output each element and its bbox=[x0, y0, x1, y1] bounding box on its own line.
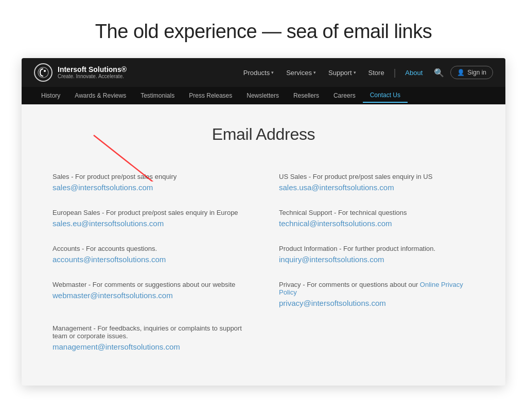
user-icon: 👤 bbox=[457, 69, 465, 76]
nav-about[interactable]: About bbox=[400, 66, 428, 80]
email-desc-webmaster: Webmaster - For comments or suggestions … bbox=[52, 281, 248, 288]
email-desc-management: Management - For feedbacks, inquiries or… bbox=[52, 324, 248, 340]
email-link-eu-sales[interactable]: sales.eu@intersoftsolutions.com bbox=[52, 219, 164, 228]
email-link-sales[interactable]: sales@intersoftsolutions.com bbox=[52, 183, 153, 192]
chevron-down-icon: ▾ bbox=[313, 70, 316, 75]
nav-links: Products ▾ Services ▾ Support ▾ Store | … bbox=[238, 65, 493, 81]
email-link-technical[interactable]: technical@intersoftsolutions.com bbox=[279, 219, 392, 228]
content-area: Email Address Sales - For product pre/po… bbox=[22, 104, 505, 386]
email-desc-sales: Sales - For product pre/post sales enqui… bbox=[52, 173, 248, 180]
email-entry-webmaster: Webmaster - For comments or suggestions … bbox=[52, 272, 248, 316]
search-icon[interactable]: 🔍 bbox=[430, 65, 448, 81]
nav-support[interactable]: Support ▾ bbox=[323, 66, 361, 80]
signin-button[interactable]: 👤 Sign in bbox=[450, 66, 493, 79]
nav-products[interactable]: Products ▾ bbox=[238, 66, 279, 80]
email-link-management[interactable]: management@intersoftsolutions.com bbox=[52, 342, 180, 351]
email-link-privacy[interactable]: privacy@intersoftsolutions.com bbox=[279, 299, 386, 307]
logo-text: Intersoft Solutions® Create. Innovate. A… bbox=[58, 65, 127, 80]
email-entry-us-sales: US Sales - For product pre/post sales en… bbox=[279, 165, 475, 200]
subnav-awards[interactable]: Awards & Reviews bbox=[67, 89, 133, 102]
navbar: Intersoft Solutions® Create. Innovate. A… bbox=[22, 58, 505, 87]
subnav-testimonials[interactable]: Testimonials bbox=[133, 89, 182, 102]
email-grid: Sales - For product pre/post sales enqui… bbox=[52, 165, 475, 360]
email-link-webmaster[interactable]: webmaster@intersoftsolutions.com bbox=[52, 291, 173, 300]
email-desc-technical: Technical Support - For technical questi… bbox=[279, 209, 475, 216]
subnav-contact[interactable]: Contact Us bbox=[363, 88, 408, 103]
email-desc-privacy: Privacy - For comments or questions abou… bbox=[279, 281, 475, 296]
subnav-history[interactable]: History bbox=[34, 89, 67, 102]
nav-divider: | bbox=[392, 67, 398, 78]
section-title: Email Address bbox=[52, 125, 475, 144]
email-entry-technical: Technical Support - For technical questi… bbox=[279, 200, 475, 236]
page-title: The old experience — sea of email links bbox=[95, 21, 432, 43]
nav-services[interactable]: Services ▾ bbox=[281, 66, 321, 80]
chevron-down-icon: ▾ bbox=[354, 70, 356, 75]
subnav: History Awards & Reviews Testimonials Pr… bbox=[22, 87, 505, 104]
subnav-careers[interactable]: Careers bbox=[326, 89, 363, 102]
email-link-us-sales[interactable]: sales.usa@intersoftsolutions.com bbox=[279, 183, 394, 192]
email-link-accounts[interactable]: accounts@intersoftsolutions.com bbox=[52, 255, 166, 264]
subnav-newsletters[interactable]: Newsletters bbox=[239, 89, 286, 102]
chevron-down-icon: ▾ bbox=[271, 70, 274, 75]
email-desc-accounts: Accounts - For accounts questions. bbox=[52, 245, 248, 252]
email-entry-sales: Sales - For product pre/post sales enqui… bbox=[52, 165, 248, 200]
logo-icon bbox=[34, 63, 52, 82]
logo[interactable]: Intersoft Solutions® Create. Innovate. A… bbox=[34, 63, 127, 82]
email-link-inquiry[interactable]: inquiry@intersoftsolutions.com bbox=[279, 255, 384, 264]
email-desc-inquiry: Product Information - For further produc… bbox=[279, 245, 475, 252]
email-entry-privacy: Privacy - For comments or questions abou… bbox=[279, 272, 475, 316]
email-entry-inquiry: Product Information - For further produc… bbox=[279, 236, 475, 272]
nav-store[interactable]: Store bbox=[363, 66, 390, 80]
subnav-resellers[interactable]: Resellers bbox=[286, 89, 326, 102]
svg-point-1 bbox=[44, 70, 46, 72]
email-entry-eu-sales: European Sales - For product pre/post sa… bbox=[52, 200, 248, 236]
email-desc-us-sales: US Sales - For product pre/post sales en… bbox=[279, 173, 475, 180]
email-entry-management: Management - For feedbacks, inquiries or… bbox=[52, 316, 248, 360]
screenshot-frame: Intersoft Solutions® Create. Innovate. A… bbox=[22, 58, 505, 386]
email-entry-accounts: Accounts - For accounts questions. accou… bbox=[52, 236, 248, 272]
email-desc-eu-sales: European Sales - For product pre/post sa… bbox=[52, 209, 248, 216]
subnav-press-releases[interactable]: Press Releases bbox=[182, 89, 239, 102]
